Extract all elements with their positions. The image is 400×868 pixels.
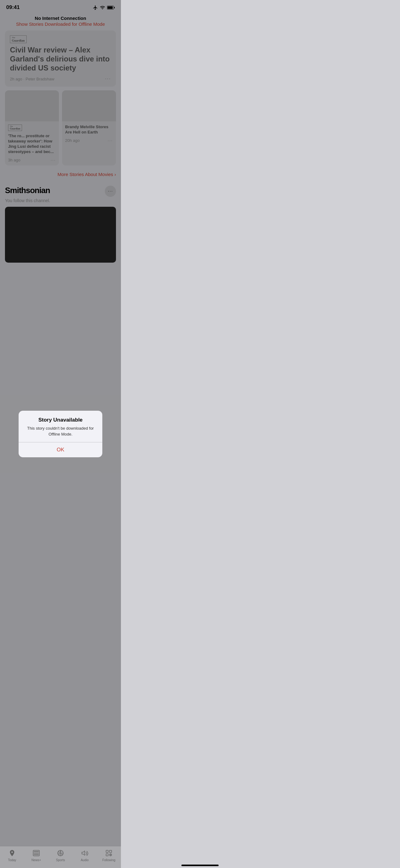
dialog-overlay: Story Unavailable This story couldn't be… bbox=[0, 0, 121, 262]
